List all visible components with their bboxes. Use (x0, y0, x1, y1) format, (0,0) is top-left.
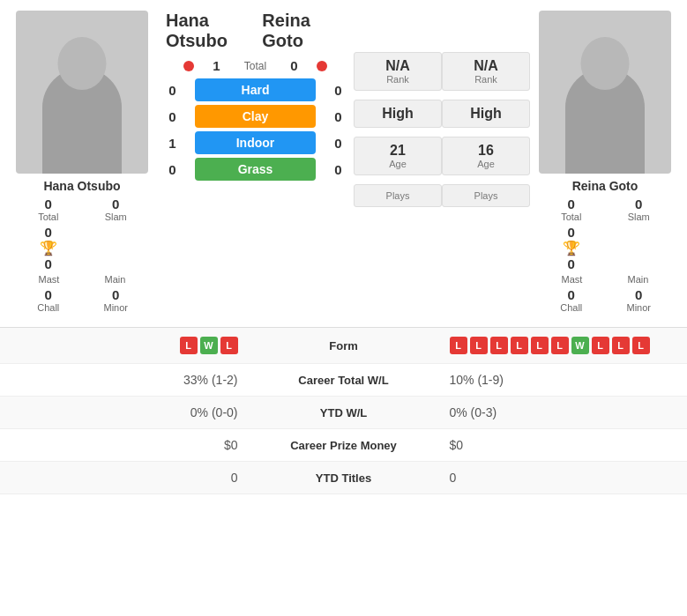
left-minor-stat: 0 Minor (84, 287, 149, 313)
titles-row: 0 YTD Titles 0 (0, 462, 687, 494)
right-ytd-wl: 0% (0-3) (432, 405, 674, 419)
right-minor-value: 0 (635, 287, 642, 302)
hard-left-score: 0 (157, 83, 188, 98)
left-rank-label: Rank (363, 74, 432, 85)
left-form-badges: LWL (14, 337, 256, 354)
right-titles: 0 (432, 471, 674, 485)
right-mast-row: Mast Main (539, 274, 671, 285)
app-container: Hana Otsubo 0 Total 0 Slam 0 🏆 0 (0, 0, 687, 494)
career-wl-row: 33% (1-2) Career Total W/L 10% (1-9) (0, 364, 687, 397)
right-mast-lbl: Mast (539, 274, 605, 285)
left-player-name: Hana Otsubo (43, 179, 120, 193)
left-player-block: Hana Otsubo 0 Total 0 Slam 0 🏆 0 (7, 11, 157, 313)
left-red-dot (183, 61, 194, 71)
left-stats-grid: 0 Total 0 Slam 0 🏆 0 Mast Ma (16, 197, 148, 313)
prize-label: Career Prize Money (256, 439, 432, 452)
left-total-label: Total (38, 212, 58, 222)
right-plays-panel: Plays (442, 184, 530, 207)
left-high-panel: High (354, 100, 442, 128)
right-avatar (539, 11, 671, 174)
left-plays-panel: Plays (354, 184, 442, 207)
surface-rows: 0 Hard 0 0 Clay 0 1 Indoor 0 (157, 78, 354, 184)
bottom-section: LWL Form LLLLLLWLLL 33% (1-2) Career Tot… (0, 327, 687, 494)
form-badge-right: L (531, 337, 549, 354)
ytd-wl-label: YTD W/L (256, 406, 432, 419)
form-badge-right: L (551, 337, 569, 354)
left-mast-row: Mast Main (16, 274, 148, 285)
right-red-dot (317, 61, 327, 71)
left-main-value: 0 (45, 256, 52, 271)
hard-button: Hard (195, 78, 316, 101)
right-slam-stat: 0 Slam (607, 197, 672, 222)
left-titles: 0 (14, 471, 256, 485)
left-name-header: Hana Otsubo (166, 11, 262, 51)
form-badge-left: L (180, 337, 198, 354)
right-slam-value: 0 (635, 197, 642, 212)
indoor-row: 1 Indoor 0 (157, 131, 354, 154)
right-chall-label: Chall (560, 302, 582, 313)
trophy-icon-right: 🏆 (563, 240, 580, 256)
left-mast-stat: 0 🏆 0 (16, 225, 81, 271)
right-chall-value: 0 (568, 287, 575, 302)
middle-block: Hana Otsubo Reina Goto 1 Total 0 (157, 11, 354, 313)
form-badge-right: L (450, 337, 467, 354)
left-rank-panel: N/A Rank (354, 52, 442, 91)
left-mast-lbl: Mast (16, 274, 82, 285)
top-area: Hana Otsubo 0 Total 0 Slam 0 🏆 0 (0, 0, 687, 313)
career-wl-label: Career Total W/L (256, 374, 432, 387)
grass-right-score: 0 (323, 162, 354, 177)
grass-row: 0 Grass 0 (157, 158, 354, 181)
titles-label: YTD Titles (256, 471, 432, 485)
form-badge-right: L (511, 337, 528, 354)
form-row: LWL Form LLLLLLWLLL (0, 328, 687, 364)
right-name-header: Reina Goto (262, 11, 345, 51)
form-badge-right: L (470, 337, 488, 354)
left-slam-stat: 0 Slam (84, 197, 149, 222)
form-badge-right: L (592, 337, 609, 354)
right-age-panel: 16 Age (442, 137, 530, 175)
left-minor-value: 0 (112, 287, 119, 302)
clay-right-score: 0 (323, 109, 354, 124)
left-info-panels: N/A Rank High 21 Age Plays (354, 49, 442, 313)
left-chall-value: 0 (45, 287, 52, 302)
form-badge-left: W (200, 337, 218, 354)
right-rank-value: N/A (452, 58, 520, 74)
left-ytd-wl: 0% (0-0) (14, 405, 256, 419)
total-center: 1 Total 0 (201, 58, 310, 73)
left-minor-label: Minor (103, 302, 128, 313)
left-high-value: High (363, 106, 432, 122)
right-career-wl: 10% (1-9) (432, 373, 674, 387)
right-rank-label: Rank (452, 74, 520, 85)
right-form-badges: LLLLLLWLLL (432, 337, 674, 354)
right-mast-value: 0 (568, 225, 575, 240)
trophy-icon-left: 🏆 (40, 240, 57, 256)
right-main-lbl: Main (605, 274, 671, 285)
right-plays-label: Plays (452, 190, 520, 201)
right-total-label: Total (561, 212, 581, 222)
right-avatar-head (581, 37, 630, 90)
hard-right-score: 0 (323, 83, 354, 98)
right-minor-stat: 0 Minor (607, 287, 672, 313)
hard-row: 0 Hard 0 (157, 78, 354, 101)
form-badge-right: L (490, 337, 508, 354)
left-dot-area (157, 61, 201, 71)
right-high-panel: High (442, 100, 530, 128)
left-main-lbl: Main (82, 274, 148, 285)
left-rank-value: N/A (363, 58, 432, 74)
left-age-value: 21 (363, 143, 432, 159)
form-badge-right: L (612, 337, 630, 354)
names-line: Hana Otsubo Reina Goto (157, 11, 354, 51)
left-career-wl: 33% (1-2) (14, 373, 256, 387)
left-chall-stat: 0 Chall (16, 287, 81, 313)
indoor-left-score: 1 (157, 136, 188, 151)
left-age-label: Age (363, 159, 432, 169)
right-player-block: Reina Goto 0 Total 0 Slam 0 🏆 0 (530, 11, 680, 313)
form-badge-left: L (220, 337, 238, 354)
avatar-head-shape (58, 37, 107, 90)
right-chall-stat: 0 Chall (539, 287, 604, 313)
clay-row: 0 Clay 0 (157, 105, 354, 128)
right-total-value: 0 (568, 197, 575, 212)
form-label: Form (256, 339, 432, 353)
total-label: Total (232, 60, 279, 72)
right-stats-grid: 0 Total 0 Slam 0 🏆 0 Mast Ma (539, 197, 671, 313)
